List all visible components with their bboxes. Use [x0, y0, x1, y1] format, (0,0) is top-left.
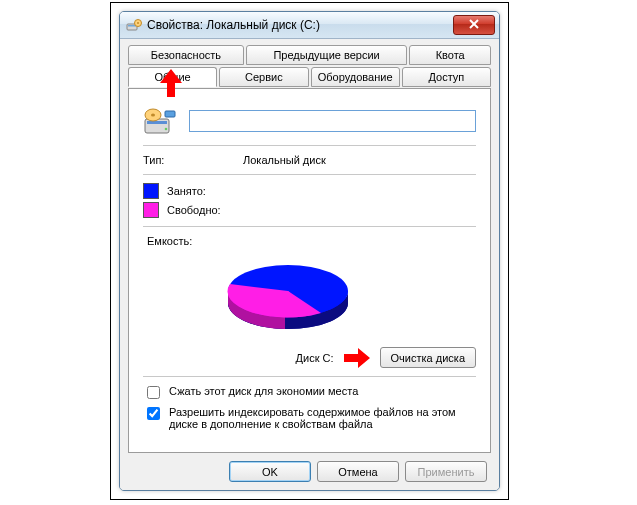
- dialog-buttons: OK Отмена Применить: [128, 453, 491, 482]
- tab-panel-general: Тип: Локальный диск Занято: Свободно: Ем…: [128, 88, 491, 453]
- svg-point-9: [165, 128, 168, 131]
- divider: [143, 174, 476, 175]
- annotation-arrow-up-icon: [160, 69, 182, 97]
- svg-marker-6: [160, 69, 182, 97]
- svg-marker-15: [344, 348, 370, 368]
- svg-point-3: [137, 22, 139, 24]
- index-label: Разрешить индексировать содержимое файло…: [169, 406, 476, 430]
- usage-pie-chart: [143, 253, 476, 343]
- tab-hardware[interactable]: Оборудование: [311, 67, 400, 87]
- ok-button[interactable]: OK: [229, 461, 311, 482]
- tab-quota[interactable]: Квота: [409, 45, 491, 65]
- capacity-label: Емкость:: [147, 235, 476, 247]
- client-area: Безопасность Предыдущие версии Квота Общ…: [120, 39, 499, 490]
- divider: [143, 376, 476, 377]
- titlebar: Свойства: Локальный диск (C:): [120, 12, 499, 39]
- volume-name-input[interactable]: [189, 110, 476, 132]
- window-title: Свойства: Локальный диск (C:): [147, 18, 320, 32]
- used-label: Занято:: [167, 185, 206, 197]
- drive-icon: [143, 105, 177, 137]
- annotation-arrow-right-icon: [344, 348, 370, 368]
- type-label: Тип:: [143, 154, 243, 166]
- cancel-button[interactable]: Отмена: [317, 461, 399, 482]
- used-swatch: [143, 183, 159, 199]
- disk-cleanup-button[interactable]: Очистка диска: [380, 347, 476, 368]
- compress-label: Сжать этот диск для экономии места: [169, 385, 358, 397]
- properties-window: Свойства: Локальный диск (C:) Безопаснос…: [119, 11, 500, 491]
- screenshot-frame: Свойства: Локальный диск (C:) Безопаснос…: [110, 2, 509, 500]
- free-swatch: [143, 202, 159, 218]
- tab-security[interactable]: Безопасность: [128, 45, 244, 65]
- apply-button[interactable]: Применить: [405, 461, 487, 482]
- drive-properties-icon: [126, 17, 142, 33]
- tab-tools[interactable]: Сервис: [219, 67, 308, 87]
- divider: [143, 226, 476, 227]
- close-button[interactable]: [453, 15, 495, 35]
- free-label: Свободно:: [167, 204, 221, 216]
- svg-point-11: [151, 114, 155, 117]
- tab-strip: Безопасность Предыдущие версии Квота Общ…: [128, 45, 491, 89]
- svg-rect-8: [147, 121, 167, 124]
- tab-sharing[interactable]: Доступ: [402, 67, 491, 87]
- disk-label: Диск C:: [296, 352, 334, 364]
- tab-previous-versions[interactable]: Предыдущие версии: [246, 45, 407, 65]
- compress-checkbox[interactable]: [147, 386, 160, 399]
- divider: [143, 145, 476, 146]
- svg-rect-12: [165, 111, 175, 117]
- index-checkbox[interactable]: [147, 407, 160, 420]
- type-value: Локальный диск: [243, 154, 326, 166]
